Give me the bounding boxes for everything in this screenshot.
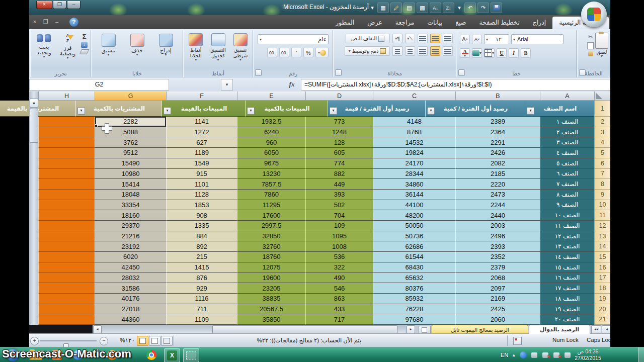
cell-A7[interactable]: الصنف ٦ <box>540 169 594 179</box>
row-header-11[interactable]: 11 <box>594 210 610 221</box>
cell-C21[interactable]: 97680 <box>373 314 455 325</box>
cell-E7[interactable]: 13230 <box>237 169 305 179</box>
cell-D13[interactable]: 1095 <box>305 231 373 242</box>
formula-input[interactable]: =SUMIF([المشتريات.xlsx]ورقة١!$D:$D;$A2;[… <box>301 79 635 90</box>
cell-G16[interactable]: 42450 <box>95 262 166 273</box>
filter-dropdown-icon[interactable]: ▾ <box>247 107 255 115</box>
cell-G7[interactable]: 10980 <box>95 169 166 179</box>
conditional-formatting-button[interactable]: تنسيق شرطي <box>230 33 251 61</box>
cell-B12[interactable]: 2003 <box>455 221 540 231</box>
zoom-in-icon[interactable]: + <box>30 337 39 345</box>
cell-D18[interactable]: 546 <box>305 283 373 294</box>
cell-B4[interactable]: 2291 <box>455 137 540 148</box>
align-right-icon[interactable] <box>443 46 453 56</box>
cell-G14[interactable]: 23192 <box>95 241 166 252</box>
workbook-restore-icon[interactable]: ❒ <box>42 18 49 25</box>
office-button[interactable] <box>581 2 607 27</box>
cell-B18[interactable]: 2097 <box>455 283 540 294</box>
cell-C19[interactable]: 85932 <box>373 294 455 304</box>
cell-E17[interactable]: 19600 <box>237 273 305 284</box>
row-header-7[interactable]: 7 <box>594 169 610 179</box>
cell-B9[interactable]: 2473 <box>455 190 540 200</box>
cell-E10[interactable]: 11295 <box>237 200 305 211</box>
cell-E13[interactable]: 32850 <box>237 231 305 242</box>
bold-button[interactable]: B <box>521 48 531 58</box>
row-header-13[interactable]: 13 <box>594 231 610 242</box>
teamviewer-icon[interactable] <box>519 351 527 358</box>
format-painter-icon[interactable] <box>588 51 593 56</box>
cell-G5[interactable]: 9512 <box>95 148 166 158</box>
cell-H20[interactable] <box>38 304 95 315</box>
cell-B7[interactable]: 2185 <box>455 169 540 179</box>
cell-F16[interactable]: 1415 <box>166 262 237 273</box>
cell-A4[interactable]: الصنف ٣ <box>540 137 594 148</box>
cells-icon[interactable]: ▩ <box>417 3 428 13</box>
cell-F9[interactable]: 1128 <box>166 190 237 200</box>
row-header-2[interactable]: 2 <box>594 117 610 127</box>
qat-dropdown-icon[interactable]: ▾ <box>369 3 376 13</box>
help-icon[interactable]: ? <box>69 18 78 27</box>
cell-A12[interactable]: الصنف ١١ <box>540 221 594 231</box>
increase-indent-icon[interactable] <box>392 46 403 56</box>
column-header-H[interactable]: H <box>38 92 95 101</box>
cell-H7[interactable] <box>38 169 95 179</box>
cell-H5[interactable] <box>38 148 95 158</box>
tab-بيانات[interactable]: بيانات <box>421 16 449 29</box>
cell-H13[interactable] <box>38 231 95 242</box>
cell-C8[interactable]: 34860 <box>373 179 455 190</box>
sort-az-icon[interactable]: A↓ <box>430 3 441 13</box>
filter-dropdown-icon[interactable]: ▾ <box>77 107 85 115</box>
cell-A3[interactable]: الصنف ٢ <box>540 127 594 138</box>
cell-E4[interactable]: 960 <box>237 137 305 148</box>
font-name-select[interactable]: Arial▾ <box>511 34 564 44</box>
cell-H12[interactable] <box>38 221 95 231</box>
tab-عرض[interactable]: عرض <box>361 16 388 29</box>
increase-decimal-button[interactable]: .00 <box>279 48 289 57</box>
cell-B15[interactable]: 2352 <box>455 252 540 262</box>
horizontal-scroll-thumb[interactable] <box>212 325 397 334</box>
chevron-down-icon[interactable]: ▾ <box>456 3 463 13</box>
cell-G4[interactable]: 3762 <box>95 137 166 148</box>
cell-B11[interactable]: 2440 <box>455 210 540 221</box>
cell-F21[interactable]: 1109 <box>166 314 237 325</box>
cell-E20[interactable]: 20567.5 <box>237 304 305 315</box>
cell-B16[interactable]: 2379 <box>455 262 540 273</box>
cell-E6[interactable]: 9675 <box>237 158 305 169</box>
cell-B5[interactable]: 2426 <box>455 148 540 158</box>
row-header-10[interactable]: 10 <box>594 200 610 211</box>
tab-إدراج[interactable]: إدراج <box>526 16 553 29</box>
cell-F10[interactable]: 1853 <box>166 200 237 211</box>
restore-icon[interactable]: ❒ <box>53 1 66 9</box>
row-header-19[interactable]: 19 <box>594 294 610 304</box>
cell-E11[interactable]: 17600 <box>237 210 305 221</box>
cell-F12[interactable]: 1335 <box>166 221 237 231</box>
cell-D5[interactable]: 605 <box>305 148 373 158</box>
page-break-view-icon[interactable] <box>161 336 173 346</box>
column-header-A[interactable]: A <box>540 92 594 101</box>
tab-مراجعة[interactable]: مراجعة <box>389 16 421 29</box>
cell-D4[interactable]: 128 <box>305 137 373 148</box>
cell-G20[interactable]: 27018 <box>95 304 166 315</box>
header-cell-B[interactable]: رصيد أول الفترة / كمية▾ <box>425 101 525 117</box>
cell-E19[interactable]: 38835 <box>237 294 305 304</box>
table-icon[interactable]: ▦ <box>377 3 389 13</box>
cell-F5[interactable]: 1189 <box>166 148 237 158</box>
filter-dropdown-icon[interactable]: ▾ <box>330 107 337 115</box>
cell-D10[interactable]: 502 <box>305 200 373 211</box>
cell-B2[interactable]: 2389 <box>455 117 540 127</box>
cell-D20[interactable]: 433 <box>305 304 373 315</box>
cell-E14[interactable]: 32760 <box>237 241 305 252</box>
cell-B17[interactable]: 2068 <box>455 273 540 284</box>
cell-D17[interactable]: 490 <box>305 273 373 284</box>
cell-G8[interactable]: 15414 <box>95 179 166 190</box>
select-all-corner[interactable] <box>594 92 610 101</box>
number-format-select[interactable]: عام▾ <box>258 34 329 44</box>
cell-F14[interactable]: 892 <box>166 241 237 252</box>
cell-C15[interactable]: 61544 <box>373 252 455 262</box>
row-header-9[interactable]: 9 <box>594 190 610 200</box>
cell-D21[interactable]: 717 <box>305 314 373 325</box>
accounting-format-button[interactable] <box>315 48 329 57</box>
cell-E8[interactable]: 7857.5 <box>237 179 305 190</box>
taskbar-screen-recorder[interactable] <box>183 348 199 362</box>
cell-G6[interactable]: 15490 <box>95 158 166 169</box>
